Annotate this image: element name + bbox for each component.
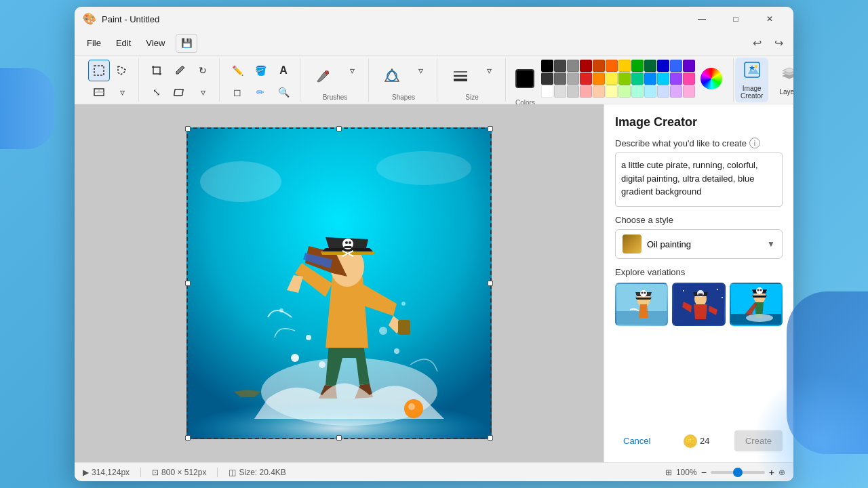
color-brown-red[interactable] bbox=[593, 60, 605, 72]
variation-1[interactable] bbox=[615, 283, 668, 326]
image-select-tool[interactable] bbox=[88, 81, 110, 103]
color-silver[interactable] bbox=[567, 85, 579, 98]
color-gray[interactable] bbox=[567, 60, 579, 72]
color-purple[interactable] bbox=[683, 60, 695, 72]
info-icon[interactable]: i bbox=[749, 138, 760, 148]
color-pink[interactable] bbox=[683, 73, 695, 85]
style-text: Oil painting bbox=[647, 239, 762, 249]
image-creator-button[interactable]: Image Creator bbox=[735, 58, 768, 102]
brushes-expand[interactable]: ▿ bbox=[341, 60, 363, 81]
zoom-thumb bbox=[733, 468, 743, 477]
color-lavender[interactable] bbox=[657, 85, 669, 98]
app-icon: 🎨 bbox=[83, 12, 96, 26]
status-divider-2 bbox=[217, 468, 218, 477]
menu-view[interactable]: View bbox=[139, 35, 172, 51]
canvas-container[interactable] bbox=[75, 104, 604, 462]
color-orange[interactable] bbox=[606, 60, 618, 72]
color-lime[interactable] bbox=[618, 73, 631, 85]
color-wheel-button[interactable] bbox=[701, 68, 722, 89]
rotate-tool[interactable]: ↻ bbox=[192, 60, 214, 81]
shapes-expand[interactable]: ▿ bbox=[410, 60, 431, 81]
crop-tool[interactable] bbox=[146, 60, 167, 81]
brushes-btn[interactable] bbox=[307, 60, 340, 92]
fullscreen-icon[interactable]: ⊕ bbox=[778, 468, 785, 477]
size-expand[interactable]: ▿ bbox=[478, 60, 500, 81]
rectangle-select-tool[interactable] bbox=[88, 60, 110, 81]
zoom-in-button[interactable]: + bbox=[769, 467, 774, 478]
create-button[interactable]: Create bbox=[734, 430, 783, 451]
menu-file[interactable]: File bbox=[80, 35, 108, 51]
color-mid-gray[interactable] bbox=[554, 73, 566, 85]
color-pale-green[interactable] bbox=[618, 85, 631, 98]
zoom-tool[interactable]: 🔍 bbox=[273, 81, 294, 103]
color-light-gray[interactable] bbox=[567, 73, 579, 85]
color-dark-red[interactable] bbox=[580, 60, 592, 72]
variation-2[interactable] bbox=[672, 283, 725, 326]
skew-tool[interactable] bbox=[169, 81, 191, 103]
eraser-tool[interactable]: ◻ bbox=[226, 81, 248, 103]
color-pale-purple[interactable] bbox=[670, 85, 682, 98]
color-teal[interactable] bbox=[631, 73, 644, 85]
save-button[interactable]: 💾 bbox=[176, 34, 197, 53]
text-tool[interactable]: A bbox=[273, 60, 294, 81]
style-dropdown[interactable]: Oil painting ▼ bbox=[615, 229, 783, 259]
free-select-tool[interactable] bbox=[111, 60, 133, 81]
color-bright-yellow[interactable] bbox=[606, 73, 618, 85]
redo-button[interactable]: ↪ bbox=[769, 34, 788, 53]
colors-palette-group bbox=[515, 60, 725, 98]
prompt-textarea[interactable]: a little cute pirate, running, colorful,… bbox=[615, 152, 783, 207]
close-button[interactable]: ✕ bbox=[754, 8, 785, 30]
select-rect-icon bbox=[93, 64, 105, 77]
menu-edit[interactable]: Edit bbox=[109, 35, 138, 51]
color-pale-yellow[interactable] bbox=[606, 85, 618, 98]
color-red[interactable] bbox=[580, 73, 592, 85]
color-dark-green[interactable] bbox=[644, 60, 656, 72]
title-bar: 🎨 Paint - Untitled — □ ✕ bbox=[75, 7, 793, 31]
expand-image-tool[interactable]: ▿ bbox=[192, 81, 214, 103]
fill-tool[interactable]: 🪣 bbox=[250, 60, 271, 81]
size-btn[interactable] bbox=[444, 60, 477, 92]
color-pale-pink[interactable] bbox=[683, 85, 695, 98]
color-blue[interactable] bbox=[657, 60, 669, 72]
skew-icon bbox=[174, 86, 186, 98]
color-med-blue[interactable] bbox=[670, 60, 682, 72]
zoom-out-button[interactable]: − bbox=[701, 467, 707, 478]
color-peach[interactable] bbox=[593, 85, 605, 98]
color-pick-tool[interactable] bbox=[169, 60, 191, 81]
highlight-tool[interactable]: ✏ bbox=[250, 81, 271, 103]
color-pale-teal[interactable] bbox=[631, 85, 644, 98]
main-content: Image Creator Describe what you'd like t… bbox=[75, 104, 793, 462]
color-very-dark[interactable] bbox=[541, 73, 553, 85]
scale-tool[interactable]: ⤡ bbox=[146, 81, 167, 103]
zoom-fit-icon[interactable]: ⊞ bbox=[665, 468, 672, 477]
layers-button[interactable]: Layers bbox=[774, 61, 793, 98]
variation-3[interactable] bbox=[730, 283, 783, 326]
color-black[interactable] bbox=[541, 60, 553, 72]
shapes-btn[interactable] bbox=[376, 60, 408, 92]
cancel-button[interactable]: Cancel bbox=[615, 430, 658, 451]
maximize-button[interactable]: □ bbox=[720, 8, 751, 30]
minimize-button[interactable]: — bbox=[686, 8, 717, 30]
color-cyan[interactable] bbox=[657, 73, 669, 85]
credits-count: 24 bbox=[700, 436, 709, 446]
expand-select-tool[interactable]: ▿ bbox=[111, 81, 133, 103]
cursor-pos-value: 314,124px bbox=[92, 468, 130, 477]
color-white[interactable] bbox=[541, 85, 553, 98]
color-amber[interactable] bbox=[593, 73, 605, 85]
zoom-slider[interactable] bbox=[711, 471, 765, 474]
color-yellow[interactable] bbox=[618, 60, 631, 72]
color-green[interactable] bbox=[631, 60, 644, 72]
undo-button[interactable]: ↩ bbox=[747, 34, 766, 53]
canvas-image[interactable] bbox=[186, 127, 492, 439]
primary-color-swatch[interactable] bbox=[515, 69, 534, 88]
color-light-pink[interactable] bbox=[580, 85, 592, 98]
color-dark-gray[interactable] bbox=[554, 60, 566, 72]
color-pale-blue[interactable] bbox=[644, 85, 656, 98]
selection-tools-2: ▿ bbox=[88, 81, 133, 103]
svg-point-10 bbox=[755, 65, 757, 68]
color-near-white[interactable] bbox=[554, 85, 566, 98]
color-sky-blue[interactable] bbox=[644, 73, 656, 85]
color-violet[interactable] bbox=[670, 73, 682, 85]
size-tools: ▿ bbox=[444, 60, 500, 92]
pencil-tool[interactable]: ✏️ bbox=[226, 60, 248, 81]
